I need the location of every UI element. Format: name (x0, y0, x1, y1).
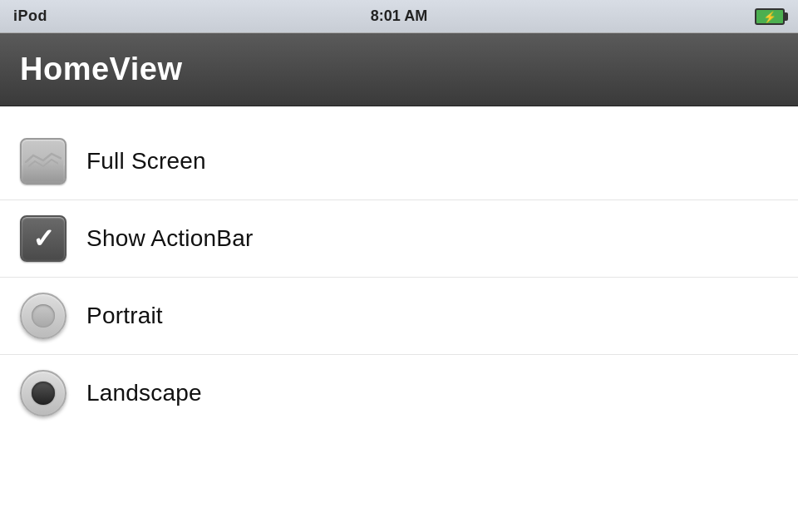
show-actionbar-label: Show ActionBar (86, 225, 253, 252)
portrait-radio[interactable] (20, 293, 66, 339)
landscape-item[interactable]: Landscape (0, 355, 798, 431)
device-label: iPod (13, 7, 47, 25)
show-actionbar-checkbox[interactable]: ✓ (20, 215, 66, 262)
portrait-radio-inner (32, 304, 55, 328)
placeholder-wave-icon (25, 151, 62, 163)
status-bar: iPod 8:01 AM ⚡ (0, 0, 798, 33)
clock: 8:01 AM (371, 7, 427, 25)
full-screen-label: Full Screen (86, 148, 206, 175)
battery-icon: ⚡ (755, 8, 785, 25)
checkmark-icon: ✓ (32, 225, 55, 252)
landscape-label: Landscape (86, 380, 202, 406)
show-actionbar-item[interactable]: ✓ Show ActionBar (0, 200, 798, 278)
portrait-label: Portrait (86, 303, 163, 329)
placeholder-bg (23, 160, 63, 181)
portrait-item[interactable]: Portrait (0, 278, 798, 355)
landscape-radio[interactable] (20, 370, 66, 416)
battery-bolt: ⚡ (763, 11, 776, 22)
checkbox-image-placeholder (23, 141, 63, 181)
page-title: HomeView (20, 52, 182, 87)
full-screen-checkbox[interactable] (20, 138, 66, 185)
landscape-radio-inner (32, 382, 55, 405)
settings-list: Full Screen ✓ Show ActionBar Portrait La… (0, 106, 798, 448)
navigation-bar: HomeView (0, 33, 798, 106)
battery-container: ⚡ (755, 8, 785, 25)
full-screen-item[interactable]: Full Screen (0, 123, 798, 200)
